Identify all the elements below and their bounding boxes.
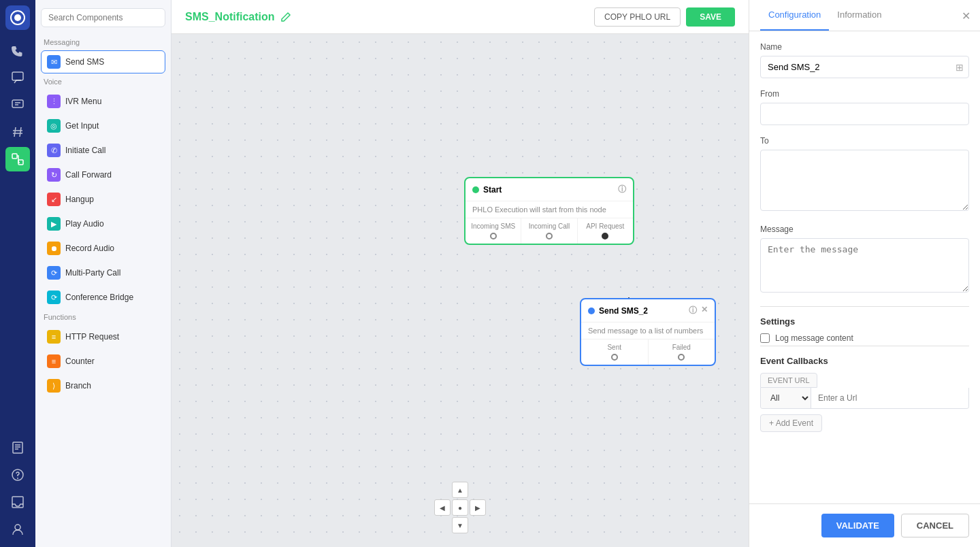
svg-point-10 bbox=[15, 525, 20, 530]
start-node-description: PHLO Execution will start from this node bbox=[472, 205, 606, 214]
send-sms-node-body: Send message to a list of numbers bbox=[581, 322, 715, 339]
from-input[interactable] bbox=[760, 103, 969, 125]
port-incoming-call[interactable]: Incoming Call bbox=[521, 218, 577, 244]
sidebar-item-hangup[interactable]: ↙ Hangup bbox=[41, 188, 165, 211]
canvas-nav-center[interactable]: ● bbox=[452, 499, 468, 516]
name-input[interactable] bbox=[760, 56, 969, 78]
canvas-nav-up[interactable]: ▲ bbox=[452, 482, 468, 498]
tab-configuration[interactable]: Configuration bbox=[760, 0, 829, 31]
start-node-info-icon[interactable]: ⓘ bbox=[618, 184, 626, 195]
messaging-section-label: Messaging bbox=[41, 38, 165, 46]
nav-phone-icon[interactable] bbox=[5, 38, 30, 63]
sidebar-item-get-input[interactable]: ◎ Get Input bbox=[41, 114, 165, 137]
nav-sms-icon[interactable] bbox=[5, 93, 30, 117]
sidebar-item-call-forward[interactable]: ↻ Call Forward bbox=[41, 163, 165, 186]
send-sms-node-dot bbox=[588, 308, 595, 314]
validate-button[interactable]: VALIDATE bbox=[821, 514, 894, 537]
record-audio-label: Record Audio bbox=[65, 244, 114, 253]
start-node[interactable]: Start ⓘ PHLO Execution will start from t… bbox=[464, 177, 634, 245]
svg-rect-6 bbox=[13, 442, 22, 453]
edit-icon[interactable] bbox=[280, 12, 291, 22]
cancel-button[interactable]: CANCEL bbox=[901, 514, 969, 537]
multi-party-call-label: Multi-Party Call bbox=[65, 268, 120, 278]
get-input-icon: ◎ bbox=[47, 119, 61, 133]
initiate-call-icon: ✆ bbox=[47, 144, 61, 157]
sidebar-item-conference-bridge[interactable]: ⟳ Conference Bridge bbox=[41, 286, 165, 309]
canvas-nav-down[interactable]: ▼ bbox=[452, 517, 468, 533]
to-field: To bbox=[760, 136, 969, 214]
canvas-nav-right[interactable]: ▶ bbox=[470, 499, 486, 516]
send-sms-node[interactable]: Send SMS_2 ⓘ ✕ Send message to a list of… bbox=[580, 298, 716, 366]
sidebar-item-ivr-menu[interactable]: ⋮ IVR Menu bbox=[41, 90, 165, 113]
branch-icon: ⟩ bbox=[47, 379, 61, 393]
nav-book-icon[interactable] bbox=[5, 435, 30, 460]
canvas-nav: ▲ ◀ ● ▶ ▼ bbox=[434, 482, 486, 533]
port-incoming-sms[interactable]: Incoming SMS bbox=[466, 218, 521, 244]
call-forward-icon: ↻ bbox=[47, 168, 61, 182]
send-sms-node-title: Send SMS_2 bbox=[599, 306, 648, 316]
name-field: Name ⊞ bbox=[760, 42, 969, 78]
initiate-call-label: Initiate Call bbox=[65, 146, 105, 155]
send-sms-close-icon[interactable]: ✕ bbox=[701, 305, 708, 316]
message-textarea[interactable] bbox=[760, 238, 969, 293]
nav-inbox-icon[interactable] bbox=[5, 490, 30, 514]
port-failed-dot bbox=[678, 354, 685, 361]
port-sent[interactable]: Sent bbox=[581, 339, 649, 365]
port-api-request-label: API Request bbox=[586, 222, 624, 230]
settings-title: Settings bbox=[760, 316, 969, 327]
canvas-nav-row-bottom: ▼ bbox=[452, 517, 468, 533]
start-node-header: Start ⓘ bbox=[466, 178, 633, 201]
svg-rect-3 bbox=[12, 100, 23, 107]
event-url-select[interactable]: All Sent Failed bbox=[761, 388, 811, 408]
counter-label: Counter bbox=[65, 357, 95, 366]
canvas-nav-row-top: ▲ bbox=[452, 482, 468, 498]
sidebar-item-multi-party-call[interactable]: ⟳ Multi-Party Call bbox=[41, 261, 165, 284]
connector-svg bbox=[172, 34, 749, 547]
to-textarea[interactable] bbox=[760, 150, 969, 211]
sidebar-item-initiate-call[interactable]: ✆ Initiate Call bbox=[41, 139, 165, 162]
sidebar-item-branch[interactable]: ⟩ Branch bbox=[41, 374, 165, 397]
sidebar-item-send-sms[interactable]: ✉ Send SMS bbox=[41, 50, 165, 73]
port-api-request[interactable]: API Request bbox=[578, 218, 633, 244]
send-sms-node-actions: ⓘ ✕ bbox=[689, 305, 708, 316]
sidebar-item-play-audio[interactable]: ▶ Play Audio bbox=[41, 212, 165, 235]
start-node-body: PHLO Execution will start from this node bbox=[466, 201, 633, 218]
nav-flow-icon[interactable] bbox=[5, 147, 30, 171]
panel-close-button[interactable]: ✕ bbox=[962, 9, 970, 22]
copy-phlo-button[interactable]: COPY PHLO URL bbox=[594, 7, 681, 27]
nav-user-icon[interactable] bbox=[5, 517, 30, 542]
event-callbacks-title: Event Callbacks bbox=[760, 356, 969, 366]
add-event-button[interactable]: + Add Event bbox=[760, 414, 822, 432]
sidebar-item-http-request[interactable]: ≡ HTTP Request bbox=[41, 325, 165, 348]
sidebar-item-counter[interactable]: ≡ Counter bbox=[41, 350, 165, 373]
message-label: Message bbox=[760, 225, 969, 234]
top-bar-actions: COPY PHLO URL SAVE bbox=[594, 7, 735, 27]
search-input[interactable] bbox=[41, 8, 165, 27]
nav-hash-icon[interactable] bbox=[5, 120, 30, 144]
sidebar-item-record-audio[interactable]: ⏺ Record Audio bbox=[41, 237, 165, 260]
save-button[interactable]: SAVE bbox=[686, 7, 735, 27]
canvas-area[interactable]: Start ⓘ PHLO Execution will start from t… bbox=[172, 34, 749, 547]
nav-message-icon[interactable] bbox=[5, 65, 30, 90]
send-sms-label: Send SMS bbox=[65, 57, 104, 67]
tab-information[interactable]: Information bbox=[829, 0, 889, 31]
port-incoming-sms-dot bbox=[490, 233, 497, 239]
port-failed[interactable]: Failed bbox=[649, 339, 715, 365]
send-sms-node-footer: Sent Failed bbox=[581, 339, 715, 365]
voice-section-label: Voice bbox=[41, 78, 165, 86]
port-incoming-sms-label: Incoming SMS bbox=[471, 222, 515, 230]
svg-rect-4 bbox=[12, 154, 17, 159]
port-incoming-call-dot bbox=[546, 233, 553, 239]
canvas-nav-left[interactable]: ◀ bbox=[434, 499, 451, 516]
send-sms-info-icon[interactable]: ⓘ bbox=[689, 305, 697, 316]
event-url-input[interactable] bbox=[811, 388, 968, 408]
nav-help-icon[interactable] bbox=[5, 463, 30, 487]
counter-icon: ≡ bbox=[47, 354, 61, 368]
ivr-menu-icon: ⋮ bbox=[47, 95, 61, 108]
record-audio-icon: ⏺ bbox=[47, 242, 61, 255]
left-nav bbox=[0, 0, 35, 547]
to-label: To bbox=[760, 136, 969, 146]
send-sms-node-header-left: Send SMS_2 bbox=[588, 306, 648, 316]
from-label: From bbox=[760, 89, 969, 99]
log-message-checkbox[interactable] bbox=[760, 333, 770, 343]
